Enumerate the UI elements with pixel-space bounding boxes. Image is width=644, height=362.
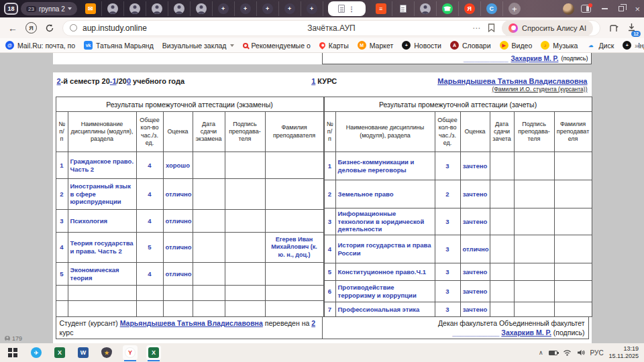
bookmarks-overflow-button[interactable]: » — [632, 42, 639, 50]
browser-tab[interactable]: ≡ — [370, 1, 392, 16]
tab-group[interactable]: 23 группа 2 — [21, 2, 77, 15]
cell-teacher — [554, 281, 592, 302]
bookmark-item[interactable]: vkТатьяна Марьянд — [84, 41, 154, 50]
cell-date — [193, 152, 225, 179]
yandex-home-icon[interactable]: Я — [25, 22, 37, 34]
browser-tab[interactable]: + — [301, 1, 323, 16]
volume-icon[interactable] — [577, 349, 585, 356]
signature-hint: (подпись) — [561, 55, 588, 62]
bookmark-item[interactable]: ММаркет — [358, 41, 394, 50]
semester-line: 2-й семестр 20-1/200 учебного года — [57, 77, 312, 93]
column-header: Наименование дисциплины (модуля), раздел… — [68, 112, 136, 152]
emblem-taskbar-button[interactable]: ★ — [99, 345, 114, 360]
cell-sign — [225, 263, 265, 286]
cell-num — [56, 301, 68, 317]
cell-num: 5 — [56, 263, 68, 286]
clock[interactable]: 13:19 15.11.2025 — [609, 345, 639, 361]
close-button[interactable]: × — [635, 5, 640, 13]
browser-tab[interactable]: Я — [459, 1, 481, 16]
user-avatar[interactable] — [563, 3, 574, 15]
table-row: 1Бизнес-коммуникации и деловые переговор… — [324, 152, 592, 180]
restore-button[interactable] — [619, 6, 624, 11]
cell-sign — [514, 235, 554, 263]
browser-tab[interactable]: ☎ — [437, 1, 459, 16]
windows-start-taskbar-button[interactable] — [5, 345, 20, 360]
browser-tab[interactable]: + — [257, 1, 279, 16]
bookmark-item[interactable]: ▶Видео — [500, 41, 533, 50]
column-header: Подпись преподава-теля — [514, 112, 554, 152]
dean-line: Декан факультета Объединенный факультет — [326, 318, 585, 328]
browser-tab[interactable] — [168, 1, 191, 16]
browser-tab[interactable] — [191, 1, 213, 16]
browser-tab[interactable] — [415, 1, 437, 16]
collections-icon[interactable] — [608, 23, 619, 33]
back-button[interactable]: ← — [8, 23, 17, 34]
url-text[interactable]: aup.instudy.online — [83, 23, 147, 33]
alice-button[interactable]: Спросить Алису AI — [502, 20, 593, 36]
yandex-browser-taskbar-button[interactable]: Y — [123, 345, 138, 360]
column-header: Оценка — [460, 112, 490, 152]
tray-expand-icon[interactable]: ∧ — [539, 349, 543, 356]
signature-blank: ____________ — [464, 55, 508, 62]
table-row — [56, 286, 323, 301]
plus-icon: + — [262, 3, 273, 14]
bookmark-icon[interactable] — [488, 23, 495, 32]
cell-hours: 4 — [136, 179, 163, 210]
bookmark-item[interactable]: ♪Музыка — [541, 41, 578, 50]
cell-date — [490, 235, 514, 263]
plus-icon: + — [284, 3, 295, 14]
browser-tab[interactable] — [392, 1, 415, 16]
downloads-button[interactable]: 12 — [627, 22, 636, 34]
bookmark-item[interactable]: @Mail.Ru: почта, по — [5, 41, 75, 50]
avatar-icon — [196, 3, 207, 14]
browser-tab[interactable]: + — [213, 1, 235, 16]
browser-tab[interactable] — [102, 1, 124, 16]
bookmark-item[interactable]: +Новости — [402, 41, 441, 50]
mail-orange-icon: ≡ — [376, 3, 386, 14]
cell-grade: отлично — [163, 210, 193, 233]
dictionary-icon: А — [450, 41, 459, 50]
bookmark-item[interactable]: Визуальные заклад — [162, 42, 234, 50]
cell-name: Теория государства и права. Часть 2 — [68, 233, 136, 263]
browser-tab[interactable]: C — [481, 1, 503, 16]
minimize-button[interactable] — [602, 8, 608, 9]
cell-date — [193, 263, 225, 286]
browser-tab[interactable] — [124, 1, 146, 16]
cell-grade — [163, 301, 193, 317]
document-icon — [400, 5, 407, 13]
student-name: Марьяндышева Татьяна Владиславовна — [120, 319, 263, 327]
avatar-icon — [420, 3, 431, 14]
browser-tab[interactable] — [146, 1, 168, 16]
cell-date — [490, 152, 514, 180]
tab-menu-icon[interactable]: ⋮ — [348, 5, 355, 13]
tab-panel-button[interactable]: 18 — [4, 3, 18, 15]
language-indicator[interactable]: РУС — [590, 349, 604, 357]
dean-signature-name: Захаркив М. Р. — [511, 55, 558, 62]
active-tab[interactable]: ⋮ — [328, 1, 366, 16]
address-bar[interactable]: aup.instudy.online Зачётка.АУП ⋯ Спросит… — [62, 20, 600, 36]
sidebar-panel-icon[interactable] — [581, 5, 591, 13]
battery-icon[interactable] — [549, 351, 557, 355]
more-icon[interactable]: ⋯ — [472, 23, 481, 33]
bookmark-item[interactable]: Рекомендуемые о — [243, 42, 311, 50]
cell-date — [193, 286, 225, 301]
tab-group-count: 23 — [26, 6, 36, 12]
avatar-icon — [129, 3, 140, 14]
cell-num: 2 — [56, 179, 68, 210]
browser-tab[interactable]: + — [235, 1, 257, 16]
exams-table: Результаты промежуточной аттестации (экз… — [56, 97, 324, 317]
word-taskbar-button[interactable]: W — [76, 345, 91, 360]
browser-tab[interactable]: ✉ — [80, 1, 102, 16]
bookmark-item[interactable]: АСловари — [450, 41, 491, 50]
excel-taskbar-button[interactable]: X — [52, 345, 67, 360]
browser-tab[interactable]: + — [279, 1, 301, 16]
excel-taskbar-button[interactable]: X — [146, 345, 161, 360]
bookmark-item[interactable]: ☁Диск — [586, 41, 614, 50]
wifi-icon[interactable] — [563, 349, 572, 356]
cell-grade: зачтено — [460, 208, 490, 235]
yandex-plus-icon: + — [623, 41, 631, 50]
telegram-taskbar-button[interactable]: ✈ — [29, 345, 44, 360]
new-tab-button[interactable]: + — [508, 3, 521, 15]
refresh-button[interactable] — [45, 23, 54, 33]
bookmark-item[interactable]: Карты — [319, 42, 349, 50]
